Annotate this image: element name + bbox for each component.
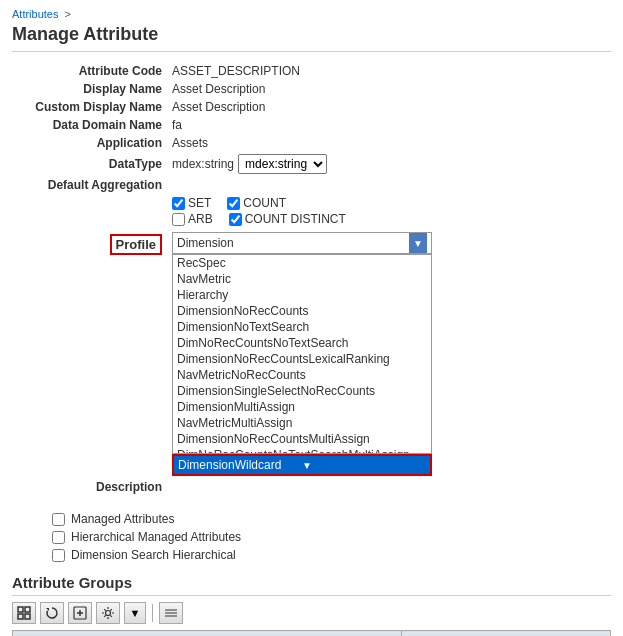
attribute-code-label: Attribute Code <box>12 64 172 78</box>
application-row: Application Assets <box>12 136 611 150</box>
display-name-row: Display Name Asset Description <box>12 82 611 96</box>
profile-dropdown-container: Dimension ▼ RecSpecNavMetricHierarchyDim… <box>172 232 432 476</box>
attribute-code-value: ASSET_DESCRIPTION <box>172 64 300 78</box>
application-value: Assets <box>172 136 208 150</box>
description-row: Description <box>12 480 611 494</box>
default-aggregation-row: Default Aggregation <box>12 178 611 192</box>
dropdown-option[interactable]: DimensionMultiAssign <box>173 399 431 415</box>
profile-label-wrapper: Profile <box>12 232 172 255</box>
dropdown-option[interactable]: DimensionNoRecCountsLexicalRanking <box>173 351 431 367</box>
profile-dropdown-list[interactable]: RecSpecNavMetricHierarchyDimensionNoRecC… <box>172 254 432 454</box>
managed-checkbox-0[interactable] <box>52 513 65 526</box>
custom-display-name-label: Custom Display Name <box>12 100 172 114</box>
data-domain-value: fa <box>172 118 182 132</box>
expand-btn[interactable] <box>12 602 36 624</box>
count-label: COUNT <box>243 196 286 210</box>
dropdown-option[interactable]: NavMetric <box>173 271 431 287</box>
datatype-control: mdex:string mdex:string <box>172 154 327 174</box>
custom-display-name-row: Custom Display Name Asset Description <box>12 100 611 114</box>
dropdown-btn[interactable]: ▼ <box>124 602 146 624</box>
managed-checkbox-1[interactable] <box>52 531 65 544</box>
set-label: SET <box>188 196 211 210</box>
dropdown-option[interactable]: DimensionNoRecCounts <box>173 303 431 319</box>
col-header-seq: roup Sequer <box>401 631 610 637</box>
managed-item: Dimension Search Hierarchical <box>52 548 611 562</box>
breadcrumb-separator: > <box>65 8 71 20</box>
attr-groups-table: Attribute Group roup Sequer fa-asset.ass… <box>12 630 611 636</box>
data-domain-label: Data Domain Name <box>12 118 172 132</box>
attr-groups-section: Attribute Groups ▼ <box>12 574 611 636</box>
refresh-btn[interactable] <box>40 602 64 624</box>
custom-display-name-value: Asset Description <box>172 100 265 114</box>
managed-label-2: Dimension Search Hierarchical <box>71 548 236 562</box>
profile-dropdown-arrow[interactable]: ▼ <box>409 233 427 253</box>
col-header-group: Attribute Group <box>13 631 402 637</box>
profile-bottom-selected[interactable]: DimensionWildcard ▼ <box>172 454 432 476</box>
dropdown-option[interactable]: RecSpec <box>173 255 431 271</box>
application-label: Application <box>12 136 172 150</box>
profile-row: Profile Dimension ▼ RecSpecNavMetricHier… <box>12 232 611 476</box>
count-distinct-checkbox-item: COUNT DISTINCT <box>229 212 346 226</box>
profile-selected-value: Dimension <box>177 236 409 250</box>
attr-groups-toolbar: ▼ <box>12 602 611 624</box>
settings-btn[interactable] <box>96 602 120 624</box>
managed-checkbox-2[interactable] <box>52 549 65 562</box>
datatype-select[interactable]: mdex:string <box>238 154 327 174</box>
dropdown-option[interactable]: NavMetricNoRecCounts <box>173 367 431 383</box>
managed-item: Hierarchical Managed Attributes <box>52 530 611 544</box>
dropdown-option[interactable]: DimensionNoTextSearch <box>173 319 431 335</box>
display-name-label: Display Name <box>12 82 172 96</box>
form-section: Attribute Code ASSET_DESCRIPTION Display… <box>12 64 611 502</box>
profile-select-top[interactable]: Dimension ▼ <box>172 232 432 254</box>
breadcrumb: Attributes > <box>12 8 611 20</box>
dropdown-option[interactable]: DimNoRecCountsNoTextSearch <box>173 335 431 351</box>
data-domain-row: Data Domain Name fa <box>12 118 611 132</box>
page-title: Manage Attribute <box>12 24 611 52</box>
attr-groups-title: Attribute Groups <box>12 574 611 596</box>
grid-btn[interactable] <box>159 602 183 624</box>
svg-rect-2 <box>18 614 23 619</box>
count-distinct-checkbox[interactable] <box>229 213 242 226</box>
svg-point-8 <box>106 611 111 616</box>
default-aggregation-label: Default Aggregation <box>12 178 172 192</box>
count-distinct-label: COUNT DISTINCT <box>245 212 346 226</box>
arb-label: ARB <box>188 212 213 226</box>
profile-label: Profile <box>110 234 162 255</box>
managed-item: Managed Attributes <box>52 512 611 526</box>
managed-label-1: Hierarchical Managed Attributes <box>71 530 241 544</box>
description-label: Description <box>12 480 172 494</box>
managed-label-0: Managed Attributes <box>71 512 174 526</box>
managed-checkboxes: Managed AttributesHierarchical Managed A… <box>52 512 611 562</box>
dropdown-option[interactable]: DimNoRecCountsNoTextSearchMultiAssign <box>173 447 431 454</box>
svg-rect-3 <box>25 614 30 619</box>
set-checkbox-item: SET <box>172 196 211 210</box>
add-btn[interactable] <box>68 602 92 624</box>
count-checkbox-item: COUNT <box>227 196 286 210</box>
datatype-label: DataType <box>12 157 172 171</box>
svg-rect-0 <box>18 607 23 612</box>
svg-marker-4 <box>46 608 49 611</box>
set-checkbox[interactable] <box>172 197 185 210</box>
datatype-row: DataType mdex:string mdex:string <box>12 154 611 174</box>
checkbox-row-2: ARB COUNT DISTINCT <box>172 212 611 226</box>
profile-bottom-arrow: ▼ <box>302 460 426 471</box>
arb-checkbox[interactable] <box>172 213 185 226</box>
display-name-value: Asset Description <box>172 82 265 96</box>
dropdown-option[interactable]: DimensionNoRecCountsMultiAssign <box>173 431 431 447</box>
dropdown-option[interactable]: DimensionSingleSelectNoRecCounts <box>173 383 431 399</box>
dropdown-option[interactable]: NavMetricMultiAssign <box>173 415 431 431</box>
breadcrumb-link[interactable]: Attributes <box>12 8 58 20</box>
checkbox-row-1: SET COUNT <box>172 196 611 210</box>
page-container: Attributes > Manage Attribute Attribute … <box>0 0 623 636</box>
attribute-code-row: Attribute Code ASSET_DESCRIPTION <box>12 64 611 78</box>
arb-checkbox-item: ARB <box>172 212 213 226</box>
count-checkbox[interactable] <box>227 197 240 210</box>
svg-rect-1 <box>25 607 30 612</box>
datatype-value: mdex:string <box>172 157 234 171</box>
profile-bottom-value: DimensionWildcard <box>178 458 302 472</box>
toolbar-divider <box>152 604 153 622</box>
dropdown-option[interactable]: Hierarchy <box>173 287 431 303</box>
